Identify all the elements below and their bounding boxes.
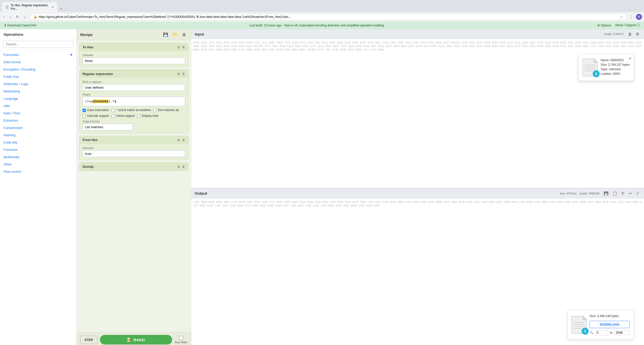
caret-dollar-checkbox-label[interactable]: ^ and $ match at newlines [111,108,151,112]
from-hex-delimiter-input[interactable] [83,150,185,157]
display-total-checkbox[interactable] [137,115,140,118]
browser-toolbar-icons: ⋮ M [629,14,642,20]
unicode-checkbox[interactable] [83,115,86,118]
app-container: ⬇ Download CyberChef Last build: 15 hour… [0,22,644,345]
save-recipe-button[interactable]: 💾 [162,32,169,38]
reload-button[interactable]: ↻ [14,14,20,20]
clear-recipe-button[interactable]: 🗑 [181,32,187,38]
auto-bake-checkbox[interactable] [179,336,183,340]
sidebar-item-public-key[interactable]: Public Key [0,73,77,80]
tab-favicon [6,5,9,9]
gunzip-disable-button[interactable]: ⊘ [177,165,180,169]
language-label: Language [4,97,18,100]
regex-pause-button[interactable]: ⏸ [182,72,185,76]
input-grid-button[interactable]: ⊞ [635,31,640,37]
sidebar-item-code-tidy[interactable]: Code tidy [0,139,77,146]
user-account-button[interactable]: M [636,14,642,20]
output-format-input[interactable] [83,124,133,130]
output-undo-button[interactable]: ↩ [627,191,633,196]
load-recipe-button[interactable]: 📁 [171,32,179,38]
zoom-from-input[interactable] [595,330,608,335]
astral-checkbox[interactable] [111,115,115,118]
sidebar-item-language[interactable]: Language [0,95,77,102]
sidebar-item-utils[interactable]: Utils [0,102,77,110]
to-hex-disable-button[interactable]: ⊘ [177,45,180,49]
file-info-close-button[interactable]: ✕ [629,56,632,60]
input-clear-button[interactable]: 🗑 [627,31,633,37]
bookmark-icon[interactable]: ☆ [620,15,623,19]
output-refresh-button[interactable]: ↻ [620,191,626,196]
output-save-button[interactable]: 💾 [602,191,610,196]
auto-bake-label: Auto Bake [175,341,187,344]
caret-dollar-checkbox[interactable] [111,109,115,112]
regex-highlighted-part: 0D0A0D0A [93,99,108,103]
from-hex-title: From Hex [83,138,98,142]
file-icon-area: ℹ Name: 00000915 Size: 2,784,237 bytes [583,58,630,77]
built-in-regexes-input[interactable] [83,84,185,91]
gunzip-pause-button[interactable]: ⏸ [182,165,185,169]
svg-marker-1 [594,59,598,62]
to-hex-pause-button[interactable]: ⏸ [182,45,185,49]
from-hex-disable-button[interactable]: ⊘ [177,138,180,142]
to-hex-delimiter-input[interactable] [83,57,185,64]
sidebar-item-forensics[interactable]: Forensics [0,146,77,153]
sidebar-item-date-time[interactable]: Date / Time [0,110,77,117]
sidebar-item-networking[interactable]: Networking [0,88,77,95]
options-link[interactable]: ⚙ Options [597,24,611,27]
sidebar-item-favourites[interactable]: Favourites ★ [0,51,77,58]
tab-close-button[interactable]: ✕ [52,6,54,9]
case-insensitive-checkbox-label[interactable]: Case insensitive [83,108,109,112]
notification-center-text: Last build: 15 hours ago - New in v8: Au… [36,24,597,27]
astral-checkbox-label[interactable]: Astral support [111,114,135,118]
sidebar-item-flow-control[interactable]: Flow control [0,168,77,175]
from-hex-delimiter-label: Delimiter [83,147,185,150]
regex-body: Built in regexes Regex (?<=0D0A0D0A).*$ … [80,78,188,133]
output-copy-button[interactable]: 📋 [611,191,619,196]
regex-disable-button[interactable]: ⊘ [177,72,180,76]
active-tab[interactable]: To Hex, Regular expression, Fro... ✕ [2,2,57,12]
forward-button[interactable]: › [8,14,13,20]
input-header: Input length: 2784237 🗑 ⊞ [191,29,644,39]
from-hex-pause-button[interactable]: ⏸ [182,138,185,142]
back-button[interactable]: ‹ [2,14,6,20]
about-support-link[interactable]: About / Support ⓘ [615,23,640,27]
case-insensitive-checkbox[interactable] [83,109,86,112]
dot-all-checkbox-label[interactable]: Dot matches all [154,108,179,112]
home-button[interactable]: ⌂ [22,14,27,20]
to-hex-body: Delimiter [80,51,188,67]
url-input[interactable] [39,15,619,19]
display-total-checkbox-label[interactable]: Display total [137,114,158,118]
input-background-text: 4745 5420 2f75 706c 6f61 6420 4854 5450 … [191,39,644,188]
recipe-header: Recipe 💾 📁 🗑 [77,29,191,40]
hashing-label: Hashing [4,133,16,137]
file-document-icon: ℹ [583,59,598,76]
sidebar-item-extractors[interactable]: Extractors [0,117,77,124]
download-button[interactable]: DOWNLOAD [590,321,630,328]
extensions-button[interactable]: ⋮ [629,14,634,20]
new-tab-button[interactable]: + [58,6,64,12]
search-input[interactable] [3,41,73,48]
output-panel: Output time: 4973ms length: 3466248 💾 📋 … [191,189,644,345]
gunzip-title: Gunzip [83,165,94,168]
operations-list: Favourites ★ Data format Encryption / En… [0,50,77,345]
sidebar-item-multimedia[interactable]: Multimedia [0,153,77,161]
download-cyberchef-link[interactable]: ⬇ Download CyberChef [4,24,36,27]
output-title: Output [195,191,207,195]
dot-all-checkbox[interactable] [154,109,157,112]
sidebar-item-arithmetic-logic[interactable]: Arithmetic / Logic [0,80,77,88]
bake-button[interactable]: 👨‍🍳 BAKE! [100,335,172,344]
sidebar-item-compression[interactable]: Compression [0,124,77,131]
address-bar[interactable]: 🔒 ☆ [30,14,627,20]
notification-bar: ⬇ Download CyberChef Last build: 15 hour… [0,22,644,29]
output-expand-button[interactable]: ⤢ [635,191,640,196]
sidebar-item-encryption-encoding[interactable]: Encryption / Encoding [0,66,77,73]
unicode-checkbox-label[interactable]: Unicode support [83,114,109,118]
astral-label: Astral support [116,114,135,118]
sidebar-item-other[interactable]: Other [0,161,77,168]
output-header-right: time: 4973ms length: 3466248 💾 📋 ↻ ↩ ⤢ [560,191,640,196]
sidebar-item-data-format[interactable]: Data format [0,58,77,66]
sidebar-item-hashing[interactable]: Hashing [0,131,77,139]
zoom-to-input[interactable] [615,330,630,335]
step-button[interactable]: STEP [80,336,97,344]
star-icon: ★ [70,53,73,57]
